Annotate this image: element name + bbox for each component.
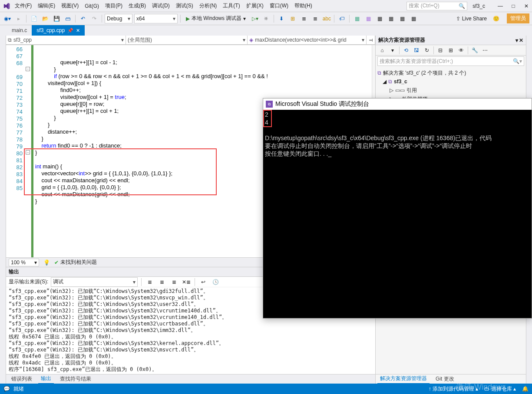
console-icon: ⧉ xyxy=(266,101,273,108)
menu-view[interactable]: 视图(V) xyxy=(59,1,81,10)
close-tab-icon[interactable]: ✕ xyxy=(76,28,80,33)
lightbulb-icon[interactable]: 💡 xyxy=(43,259,50,266)
left-dock-gutter[interactable] xyxy=(0,36,6,384)
new-file-button[interactable]: 📄 xyxy=(29,14,39,23)
se-tab-git[interactable]: Git 更改 xyxy=(433,374,457,384)
bell-icon[interactable]: 🔔 xyxy=(522,386,529,392)
feedback-button[interactable]: 🙂 xyxy=(491,14,501,23)
menu-edit[interactable]: 编辑(E) xyxy=(35,1,58,10)
search-input[interactable]: 搜索 (Ctrl+Q) 🔍 xyxy=(406,2,467,10)
se-showall-button[interactable]: ⊞ xyxy=(446,46,456,55)
config-combo[interactable]: Debug▾ xyxy=(105,14,132,23)
fold-toggle[interactable]: − xyxy=(26,67,30,71)
menu-window[interactable]: 窗口(W) xyxy=(267,1,291,10)
out-btn-1[interactable]: ≣ xyxy=(145,277,155,287)
redo-button[interactable]: ↷ xyxy=(89,14,99,23)
tab-sf3-cpp[interactable]: sf3_cpp.cpp📌✕ xyxy=(32,25,85,36)
tb-layout2-button[interactable]: ▦ xyxy=(363,14,373,23)
menu-build[interactable]: 生成(B) xyxy=(126,1,149,10)
tb-layout1-button[interactable]: ▦ xyxy=(352,14,362,23)
debug-console-window[interactable]: ⧉ Microsoft Visual Studio 调试控制台 2 4 D:\m… xyxy=(263,98,532,318)
tb-comment-button[interactable]: abc xyxy=(322,14,331,23)
tb-indent-button[interactable]: ≣ xyxy=(299,14,309,23)
start-no-debug-button[interactable]: ▷▾ xyxy=(250,14,260,23)
minimize-button[interactable]: — xyxy=(497,3,503,9)
tb-new-item-button[interactable]: ⊞ xyxy=(288,14,297,23)
editor-tab-strip: main.c sf3_cpp.cpp📌✕ xyxy=(0,25,532,36)
menu-analyze[interactable]: 分析(N) xyxy=(197,1,220,10)
console-titlebar[interactable]: ⧉ Microsoft Visual Studio 调试控制台 xyxy=(263,98,532,110)
se-prop-button[interactable]: 🔧 xyxy=(470,46,479,55)
nav-project-combo[interactable]: ⧉sf3_cpp▾ xyxy=(6,36,126,45)
start-debug-button[interactable]: ▶本地 Windows 调试器▾ xyxy=(183,14,248,23)
menu-test[interactable]: 测试(S) xyxy=(173,1,196,10)
out-btn-3[interactable]: ≣ xyxy=(169,277,179,287)
tree-solution[interactable]: ⧉解决方案 'sf3_c' (2 个项目，共 2 个) xyxy=(377,69,524,77)
nav-back-button[interactable]: ◉▾ xyxy=(3,14,12,23)
cpp-icon: ⧉ xyxy=(8,37,12,43)
out-clock-button[interactable]: 🕓 xyxy=(211,277,220,287)
se-save-button[interactable]: 🖫 xyxy=(412,46,421,55)
live-share-button[interactable]: ⇪Live Share xyxy=(453,16,489,22)
out-btn-2[interactable]: ≣ xyxy=(157,277,167,287)
tab-error-list[interactable]: 错误列表 xyxy=(9,374,35,384)
status-bar: 💬 就绪 ↑ 添加到源代码管理 ▴ 🗀 选择仓库 ▴ 🔔 激活 Windows xyxy=(0,384,532,394)
menu-help[interactable]: 帮助(H) xyxy=(292,1,315,10)
close-button[interactable]: ✕ xyxy=(523,3,529,9)
platform-combo[interactable]: x64▾ xyxy=(134,14,178,23)
pin-icon[interactable]: 📌 xyxy=(67,28,73,33)
out-clear-button[interactable]: ✕≣ xyxy=(182,277,191,287)
se-dd-button[interactable]: ▾ xyxy=(388,46,397,55)
tb-icon-1[interactable]: ⛯ xyxy=(261,14,271,23)
tb-layout3-button[interactable]: ▦ xyxy=(375,14,384,23)
search-icon: 🔍▾ xyxy=(513,58,522,64)
tree-references[interactable]: ▷▭▭引用 xyxy=(377,86,524,95)
maximize-button[interactable]: □ xyxy=(510,3,516,9)
se-sync-button[interactable]: ⟲ xyxy=(401,46,411,55)
menu-tools[interactable]: 工具(T) xyxy=(220,1,242,10)
save-button[interactable]: 💾 xyxy=(52,14,61,23)
nav-fwd-button[interactable]: ▸ xyxy=(14,14,23,23)
console-output[interactable]: 2 4 D:\mysetup\gopath\src\dsy\sf3_c\x64\… xyxy=(263,110,532,158)
se-more-button[interactable]: ⋯ xyxy=(480,46,490,55)
undo-button[interactable]: ↶ xyxy=(78,14,88,23)
tb-layout6-button[interactable]: ▦ xyxy=(409,14,418,23)
output-source-combo[interactable]: 调试▾ xyxy=(51,277,138,287)
se-view-button[interactable]: 👁 xyxy=(456,46,466,55)
se-dd-icon[interactable]: ▾ xyxy=(515,37,518,43)
se-home-button[interactable]: ⌂ xyxy=(377,46,387,55)
menu-extensions[interactable]: 扩展(X) xyxy=(244,1,266,10)
se-search-input[interactable]: 搜索解决方案资源管理器(Ctrl+;)🔍▾ xyxy=(377,56,524,66)
menu-project[interactable]: 项目(P) xyxy=(102,1,125,10)
issues-indicator[interactable]: ✔未找到相关问题 xyxy=(54,259,97,266)
se-collapse-button[interactable]: ⊟ xyxy=(436,46,445,55)
select-repo[interactable]: 🗀 选择仓库 ▴ xyxy=(484,385,516,393)
tab-output[interactable]: 输出 xyxy=(38,374,54,384)
tb-step-button[interactable]: ⬇ xyxy=(277,14,286,23)
out-wrap-button[interactable]: ↩ xyxy=(198,277,208,287)
tb-layout5-button[interactable]: ▦ xyxy=(397,14,407,23)
tree-project[interactable]: ◢⧉sf3_c xyxy=(377,77,524,86)
save-all-button[interactable]: 🗃 xyxy=(63,14,73,23)
add-source-control[interactable]: ↑ 添加到源代码管理 ▴ xyxy=(429,385,479,393)
menu-file[interactable]: 文件(F) xyxy=(12,1,34,10)
se-refresh-button[interactable]: ↻ xyxy=(422,46,432,55)
nav-member-combo[interactable]: ◈maxDistance(vector<vector<int>>& grid▾ xyxy=(248,36,367,45)
tb-outdent-button[interactable]: ≣ xyxy=(311,14,320,23)
tb-bookmark-button[interactable]: 🏷 xyxy=(337,14,347,23)
open-file-button[interactable]: 📂 xyxy=(40,14,50,23)
menu-bar: 文件(F) 编辑(E) 视图(V) Git(G) 项目(P) 生成(B) 调试(… xyxy=(0,0,532,12)
fold-toggle[interactable]: − xyxy=(26,150,30,154)
menu-debug[interactable]: 调试(D) xyxy=(149,1,172,10)
line-number-gutter: 6667686970717273747576777879808182838485 xyxy=(6,45,25,257)
tb-layout4-button[interactable]: ▦ xyxy=(386,14,396,23)
menu-git[interactable]: Git(G) xyxy=(82,2,102,10)
nav-scope-combo[interactable]: (全局范围)▾ xyxy=(126,36,248,45)
se-close-icon[interactable]: ✕ xyxy=(519,37,523,43)
se-tab-explorer[interactable]: 解决方案资源管理器 xyxy=(377,374,430,384)
tab-find-symbols[interactable]: 查找符号结果 xyxy=(57,374,94,384)
nav-split-button[interactable]: ⫤ xyxy=(367,36,375,45)
zoom-combo[interactable]: 100 %▾ xyxy=(9,259,39,266)
fold-gutter[interactable]: − − xyxy=(25,45,31,257)
tab-main-c[interactable]: main.c xyxy=(7,25,32,36)
